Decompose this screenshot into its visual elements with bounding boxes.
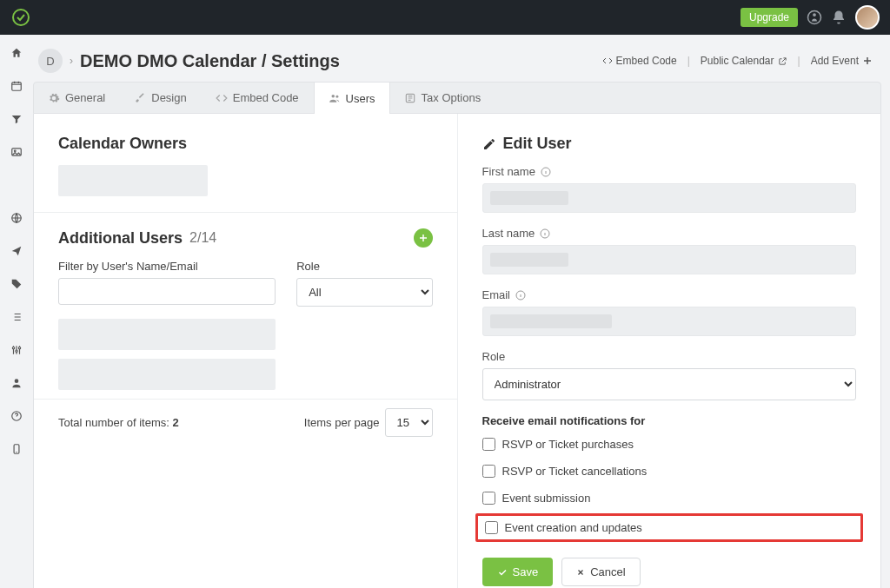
notif-checkbox[interactable] — [485, 521, 498, 534]
svg-point-0 — [13, 10, 29, 25]
filter-name-input[interactable] — [58, 278, 276, 305]
topbar: Upgrade — [0, 0, 890, 35]
page-title: DEMO DMO Calendar / Settings — [80, 51, 340, 71]
nav-filter-icon[interactable] — [9, 111, 24, 127]
code-icon — [216, 92, 228, 104]
brush-icon — [134, 92, 146, 104]
notif-event-creation[interactable]: Event creation and updates — [485, 521, 854, 534]
owner-row-placeholder[interactable] — [58, 165, 208, 196]
tab-embed[interactable]: Embed Code — [202, 83, 314, 113]
plus-icon — [862, 56, 873, 66]
nav-tag-icon[interactable] — [9, 276, 24, 292]
nav-device-icon[interactable] — [9, 441, 24, 457]
svg-point-2 — [813, 13, 816, 17]
info-icon[interactable] — [515, 290, 526, 301]
edit-user-heading: Edit User — [482, 135, 857, 153]
check-icon — [497, 567, 508, 578]
total-items-label: Total number of items: 2 — [58, 416, 179, 429]
breadcrumb-chevron-icon: › — [70, 55, 73, 67]
app-logo[interactable] — [10, 7, 31, 28]
tab-users[interactable]: Users — [314, 83, 390, 114]
code-icon — [602, 56, 613, 66]
items-per-page-label: Items per page — [304, 416, 380, 429]
external-link-icon — [778, 56, 787, 66]
role-select[interactable]: Administrator — [482, 368, 857, 400]
notif-checkbox[interactable] — [482, 465, 495, 478]
highlighted-option: Event creation and updates — [475, 513, 864, 542]
header-public-link[interactable]: Public Calendar — [701, 55, 787, 67]
svg-point-7 — [12, 347, 14, 349]
help-icon[interactable] — [807, 10, 822, 25]
svg-point-10 — [15, 379, 19, 383]
nav-image-icon[interactable] — [9, 144, 24, 160]
svg-point-5 — [14, 150, 16, 152]
users-icon — [329, 92, 341, 104]
first-name-label: First name — [482, 165, 535, 178]
close-icon — [576, 568, 585, 577]
nav-send-icon[interactable] — [9, 243, 24, 259]
calendar-owners-heading: Calendar Owners — [58, 135, 433, 153]
notif-event-submission[interactable]: Event submission — [482, 492, 857, 505]
svg-rect-3 — [12, 83, 22, 90]
notif-checkbox[interactable] — [482, 492, 495, 505]
user-row-placeholder[interactable] — [58, 319, 276, 350]
add-user-button[interactable] — [414, 228, 433, 248]
header-embed-link[interactable]: Embed Code — [602, 55, 677, 67]
pencil-icon — [482, 137, 496, 151]
tab-design[interactable]: Design — [120, 83, 201, 113]
user-row-placeholder[interactable] — [58, 359, 276, 390]
notif-checkbox[interactable] — [482, 438, 495, 451]
notif-rsvp-cancellations[interactable]: RSVP or Ticket cancellations — [482, 465, 857, 478]
header-add-event-link[interactable]: Add Event — [811, 55, 873, 67]
svg-point-13 — [331, 95, 335, 98]
svg-point-9 — [18, 347, 20, 349]
settings-tabs: General Design Embed Code Users Tax Opti… — [33, 82, 881, 114]
nav-settings-icon[interactable] — [9, 342, 24, 358]
notifications-icon[interactable] — [831, 10, 847, 25]
filter-name-label: Filter by User's Name/Email — [58, 260, 276, 273]
nav-download-icon[interactable] — [9, 177, 24, 193]
filter-role-label: Role — [296, 260, 432, 273]
svg-point-14 — [335, 96, 338, 98]
save-button[interactable]: Save — [482, 558, 554, 586]
org-badge[interactable]: D — [38, 49, 63, 73]
user-avatar[interactable] — [855, 5, 880, 30]
last-name-input[interactable] — [482, 245, 857, 274]
notif-rsvp-purchases[interactable]: RSVP or Ticket purchases — [482, 438, 857, 451]
notifications-header: Receive email notifications for — [482, 414, 857, 427]
svg-point-1 — [808, 11, 821, 24]
items-per-page-select[interactable]: 15 — [385, 408, 433, 437]
cancel-button[interactable]: Cancel — [561, 558, 640, 586]
gear-icon — [48, 92, 60, 104]
svg-point-8 — [16, 350, 17, 352]
nav-globe-icon[interactable] — [9, 210, 24, 226]
info-icon[interactable] — [540, 228, 550, 239]
first-name-input[interactable] — [482, 183, 857, 213]
info-icon[interactable] — [541, 167, 551, 177]
last-name-label: Last name — [482, 227, 535, 240]
upgrade-button[interactable]: Upgrade — [741, 8, 798, 27]
additional-users-heading: Additional Users 2/14 — [58, 228, 433, 248]
nav-calendar-icon[interactable] — [9, 78, 24, 94]
filter-role-select[interactable]: All — [296, 278, 432, 307]
nav-home-icon[interactable] — [9, 45, 24, 61]
nav-help-icon[interactable] — [9, 408, 24, 424]
nav-user-icon[interactable] — [9, 375, 24, 391]
email-label: Email — [482, 288, 511, 301]
nav-list-icon[interactable] — [9, 309, 24, 325]
sidebar: v1.0.247 — [0, 35, 33, 588]
role-label: Role — [482, 350, 506, 363]
email-input[interactable] — [482, 307, 857, 336]
plus-icon — [418, 233, 428, 243]
tab-tax[interactable]: Tax Options — [390, 83, 496, 113]
tax-icon — [404, 92, 416, 104]
tab-general[interactable]: General — [34, 83, 120, 113]
